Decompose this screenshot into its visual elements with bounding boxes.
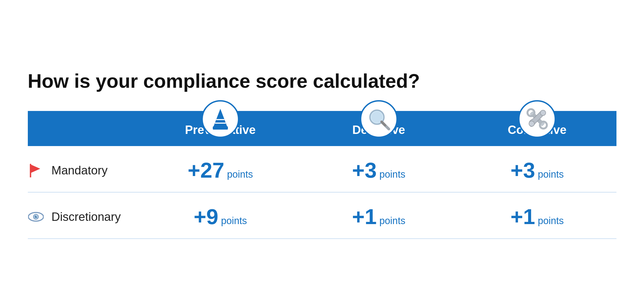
discretionary-detective-score: +1	[352, 206, 377, 228]
magnifier-icon	[367, 107, 391, 131]
main-container: How is your compliance score calculated?…	[12, 54, 633, 249]
svg-marker-0	[214, 109, 227, 126]
mandatory-corrective-value: +3 points	[458, 160, 616, 181]
mandatory-row: Mandatory +27 points +3 points +3 points	[28, 146, 616, 192]
mandatory-label-area: Mandatory	[28, 163, 141, 177]
svg-marker-15	[31, 164, 40, 173]
svg-point-20	[36, 215, 37, 217]
discretionary-corrective-value: +1 points	[458, 206, 616, 228]
discretionary-corrective-score: +1	[511, 206, 535, 228]
column-corrective: Corrective	[458, 120, 616, 137]
column-detective: Detective	[299, 120, 458, 137]
cone-icon	[210, 107, 231, 130]
page-title: How is your compliance score calculated?	[28, 70, 616, 92]
flag-icon	[29, 163, 42, 177]
mandatory-flag-icon	[28, 163, 44, 177]
mandatory-label: Mandatory	[52, 164, 108, 177]
discretionary-preventative-unit: points	[221, 215, 247, 227]
svg-line-7	[382, 122, 385, 125]
data-section: Mandatory +27 points +3 points +3 points	[28, 146, 616, 239]
discretionary-eye-icon	[28, 212, 44, 222]
discretionary-label: Discretionary	[52, 210, 121, 224]
detective-icon-circle	[360, 100, 398, 138]
eye-icon	[28, 212, 44, 222]
svg-rect-1	[213, 126, 228, 130]
mandatory-detective-value: +3 points	[299, 160, 458, 181]
corrective-icon-circle	[518, 100, 556, 138]
mandatory-detective-unit: points	[379, 169, 405, 180]
wrench-icon	[526, 107, 549, 130]
svg-point-13	[529, 121, 534, 126]
discretionary-detective-unit: points	[379, 215, 405, 227]
mandatory-corrective-score: +3	[511, 160, 535, 181]
mandatory-preventative-value: +27 points	[141, 160, 300, 181]
preventative-icon-circle	[201, 100, 239, 138]
discretionary-row: Discretionary +9 points +1 points +1 poi…	[28, 192, 616, 239]
banner-row: Preventative Detective	[28, 111, 616, 146]
mandatory-preventative-unit: points	[227, 169, 253, 180]
discretionary-corrective-unit: points	[538, 215, 564, 227]
discretionary-label-area: Discretionary	[28, 210, 141, 224]
discretionary-preventative-score: +9	[194, 206, 218, 228]
column-preventative: Preventative	[141, 120, 300, 137]
mandatory-corrective-unit: points	[538, 169, 564, 180]
discretionary-detective-value: +1 points	[299, 206, 458, 228]
svg-point-14	[540, 110, 546, 116]
discretionary-preventative-value: +9 points	[141, 206, 300, 228]
mandatory-detective-score: +3	[352, 160, 377, 181]
mandatory-preventative-score: +27	[188, 160, 224, 181]
